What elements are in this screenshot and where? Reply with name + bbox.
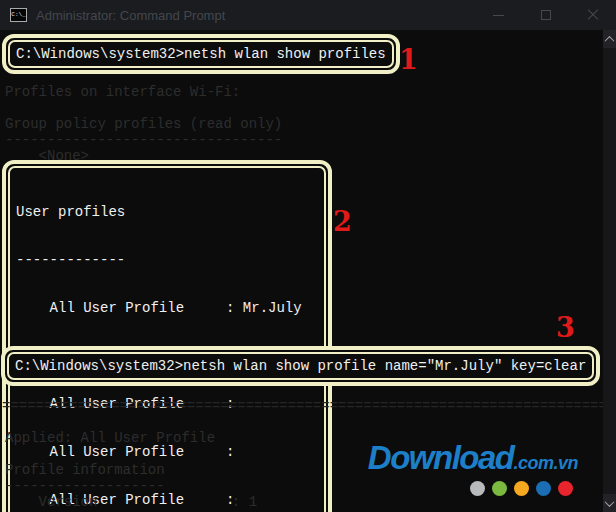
- output-line-separator: ========================================…: [2, 398, 607, 414]
- user-profiles-underline: -------------: [16, 252, 318, 268]
- output-line-profile-information-underline: -------------------: [5, 478, 165, 494]
- prompt-command-2: C:\Windows\system32>netsh wlan show prof…: [7, 352, 594, 380]
- brand-dot: [470, 481, 485, 496]
- annotation-marker-1: 1: [399, 46, 418, 73]
- user-profiles-block: User profiles ------------- All User Pro…: [8, 166, 326, 512]
- highlight-box-3: C:\Windows\system32>netsh wlan show prof…: [1, 346, 600, 386]
- maximize-icon: [541, 10, 551, 20]
- maximize-button[interactable]: [522, 0, 569, 30]
- chevron-down-icon: [605, 497, 615, 507]
- titlebar[interactable]: C:\_ Administrator: Command Prompt: [0, 0, 616, 30]
- output-line-version: Version : 1: [5, 494, 257, 510]
- window-controls: [475, 0, 616, 30]
- brand-dot: [448, 481, 463, 496]
- vertical-scrollbar[interactable]: [603, 30, 616, 512]
- watermark-suffix: .com.vn: [513, 453, 578, 473]
- minimize-button[interactable]: [475, 0, 522, 30]
- output-line-applied: Applied: All User Profile: [5, 430, 215, 446]
- annotation-marker-2: 2: [333, 208, 352, 235]
- profile-row: All User Profile : Mr.July: [16, 300, 318, 316]
- close-button[interactable]: [569, 0, 616, 30]
- highlight-box-1: C:\Windows\system32>netsh wlan show prof…: [2, 34, 400, 74]
- chevron-up-icon: [605, 35, 615, 45]
- watermark-brand: Download: [368, 439, 514, 476]
- command-prompt-window: C:\_ Administrator: Command Prompt C:\Wi…: [0, 0, 616, 512]
- output-line-profiles-on-interface: Profiles on interface Wi-Fi:: [5, 84, 240, 100]
- cmd-icon: C:\_: [10, 8, 27, 22]
- brand-dot: [558, 481, 573, 496]
- brand-dot: [492, 481, 507, 496]
- prompt-command-1: C:\Windows\system32>netsh wlan show prof…: [8, 40, 394, 68]
- output-line-group-policy-underline: ---------------------------------: [5, 132, 282, 148]
- user-profiles-header: User profiles: [16, 204, 318, 220]
- brand-dot: [536, 481, 551, 496]
- output-line-profile-information: Profile information: [5, 462, 165, 478]
- output-line-group-policy: Group policy profiles (read only): [5, 116, 282, 132]
- scroll-up-button[interactable]: [603, 30, 616, 48]
- close-icon: [587, 9, 599, 21]
- minimize-icon: [493, 15, 504, 16]
- watermark-dots: [448, 481, 573, 496]
- terminal-output[interactable]: C:\Windows\system32>netsh wlan show prof…: [0, 30, 616, 512]
- window-title: Administrator: Command Prompt: [36, 8, 225, 23]
- annotation-marker-3: 3: [556, 314, 575, 341]
- watermark-logo: Download.com.vn: [368, 450, 578, 472]
- scroll-down-button[interactable]: [603, 494, 616, 512]
- brand-dot: [514, 481, 529, 496]
- highlight-box-2: User profiles ------------- All User Pro…: [2, 160, 332, 512]
- profile-row: All User Profile :: [16, 444, 318, 460]
